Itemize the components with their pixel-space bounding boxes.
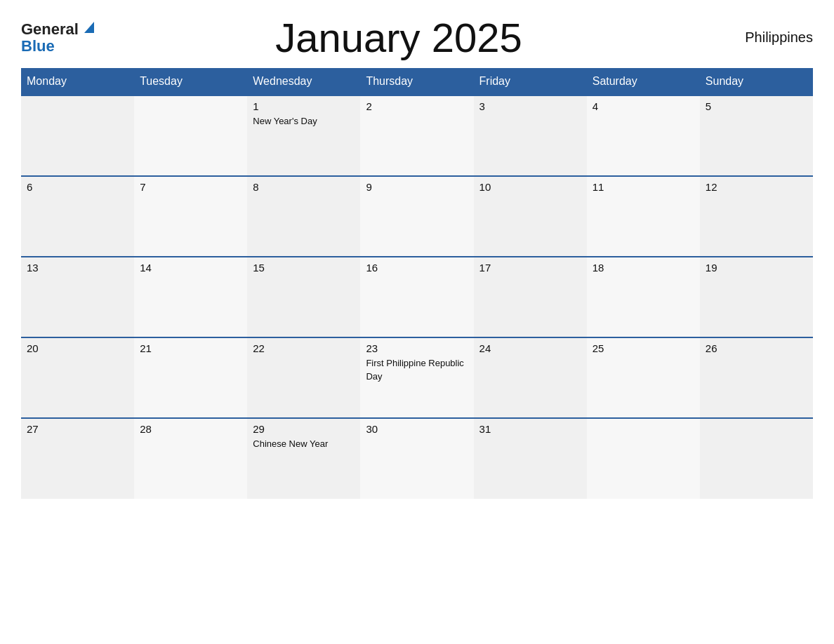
calendar-cell: [700, 418, 813, 499]
calendar-cell: 14: [134, 257, 247, 337]
calendar-cell: 31: [474, 418, 587, 499]
day-number: 10: [479, 181, 581, 193]
day-header-monday: Monday: [21, 68, 134, 95]
country-label: Philippines: [701, 29, 813, 46]
calendar-cell: 18: [587, 257, 700, 337]
day-number: 5: [706, 100, 807, 112]
day-number: 23: [366, 342, 468, 354]
day-number: 28: [140, 423, 241, 435]
day-number: 13: [27, 262, 128, 274]
day-number: 25: [593, 342, 694, 354]
day-header-thursday: Thursday: [360, 68, 473, 95]
calendar-cell: 13: [21, 257, 134, 337]
day-number: 18: [593, 262, 694, 274]
day-number: 19: [706, 262, 807, 274]
calendar-week-row: 20212223First Philippine Republic Day242…: [21, 337, 813, 418]
logo-general-text: General: [21, 20, 79, 39]
day-number: 22: [253, 342, 355, 354]
day-number: 26: [706, 342, 807, 354]
day-header-friday: Friday: [474, 68, 587, 95]
calendar-cell: 9: [360, 176, 473, 257]
day-number: 27: [27, 423, 128, 435]
day-number: 8: [253, 181, 355, 193]
day-number: 12: [706, 181, 807, 193]
day-header-tuesday: Tuesday: [134, 68, 247, 95]
calendar-cell: 28: [134, 418, 247, 499]
calendar-cell: 5: [700, 95, 813, 176]
calendar-cell: 2: [360, 95, 473, 176]
calendar-cell: 25: [587, 337, 700, 418]
calendar-cell: 11: [587, 176, 700, 257]
calendar-cell: 16: [360, 257, 473, 337]
logo-blue-text: Blue: [21, 37, 55, 55]
day-number: 31: [479, 423, 581, 435]
calendar-cell: 27: [21, 418, 134, 499]
calendar-cell: [587, 418, 700, 499]
day-number: 4: [593, 100, 694, 112]
day-number: 17: [479, 262, 581, 274]
logo-triangle-icon: [81, 19, 97, 34]
calendar-cell: 10: [474, 176, 587, 257]
day-number: 9: [366, 181, 468, 193]
calendar-cell: 8: [247, 176, 360, 257]
holiday-label: Chinese New Year: [253, 438, 328, 449]
day-number: 3: [479, 100, 581, 112]
day-header-saturday: Saturday: [587, 68, 700, 95]
calendar-cell: 20: [21, 337, 134, 418]
calendar-week-row: 13141516171819: [21, 257, 813, 337]
calendar-cell: 1New Year's Day: [247, 95, 360, 176]
calendar-cell: 7: [134, 176, 247, 257]
calendar-cell: 30: [360, 418, 473, 499]
day-number: 24: [479, 342, 581, 354]
calendar-cell: 3: [474, 95, 587, 176]
calendar-cell: [134, 95, 247, 176]
page-header: General Blue January 2025 Philippines: [21, 14, 813, 61]
calendar-table: MondayTuesdayWednesdayThursdayFridaySatu…: [21, 68, 813, 499]
day-number: 29: [253, 423, 355, 435]
day-number: 20: [27, 342, 128, 354]
calendar-cell: 21: [134, 337, 247, 418]
month-title: January 2025: [275, 14, 522, 61]
day-number: 1: [253, 100, 355, 112]
calendar-week-row: 272829Chinese New Year3031: [21, 418, 813, 499]
calendar-cell: 23First Philippine Republic Day: [360, 337, 473, 418]
day-number: 11: [593, 181, 694, 193]
calendar-cell: 26: [700, 337, 813, 418]
calendar-header-row: MondayTuesdayWednesdayThursdayFridaySatu…: [21, 68, 813, 95]
calendar-week-row: 1New Year's Day2345: [21, 95, 813, 176]
calendar-cell: 6: [21, 176, 134, 257]
calendar-cell: 24: [474, 337, 587, 418]
calendar-cell: 19: [700, 257, 813, 337]
day-header-wednesday: Wednesday: [247, 68, 360, 95]
calendar-cell: 12: [700, 176, 813, 257]
day-number: 15: [253, 262, 355, 274]
day-number: 21: [140, 342, 241, 354]
calendar-cell: 4: [587, 95, 700, 176]
logo: General Blue: [21, 20, 97, 55]
day-header-sunday: Sunday: [700, 68, 813, 95]
day-number: 2: [366, 100, 468, 112]
calendar-cell: [21, 95, 134, 176]
holiday-label: New Year's Day: [253, 116, 317, 126]
calendar-week-row: 6789101112: [21, 176, 813, 257]
holiday-label: First Philippine Republic Day: [366, 358, 463, 382]
svg-marker-0: [84, 22, 94, 33]
calendar-cell: 17: [474, 257, 587, 337]
calendar-cell: 15: [247, 257, 360, 337]
calendar-cell: 29Chinese New Year: [247, 418, 360, 499]
calendar-cell: 22: [247, 337, 360, 418]
day-number: 6: [27, 181, 128, 193]
day-number: 7: [140, 181, 241, 193]
day-number: 16: [366, 262, 468, 274]
day-number: 14: [140, 262, 241, 274]
day-number: 30: [366, 423, 468, 435]
